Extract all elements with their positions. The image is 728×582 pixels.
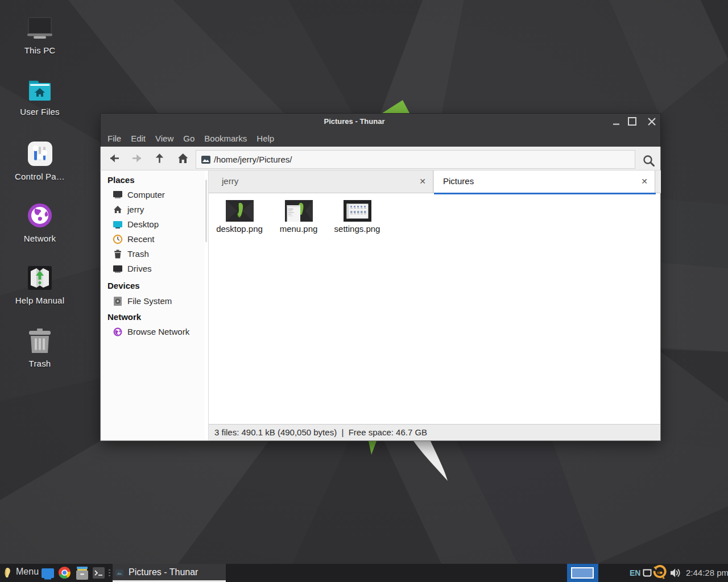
svg-text:Menu: Menu [16, 567, 39, 576]
